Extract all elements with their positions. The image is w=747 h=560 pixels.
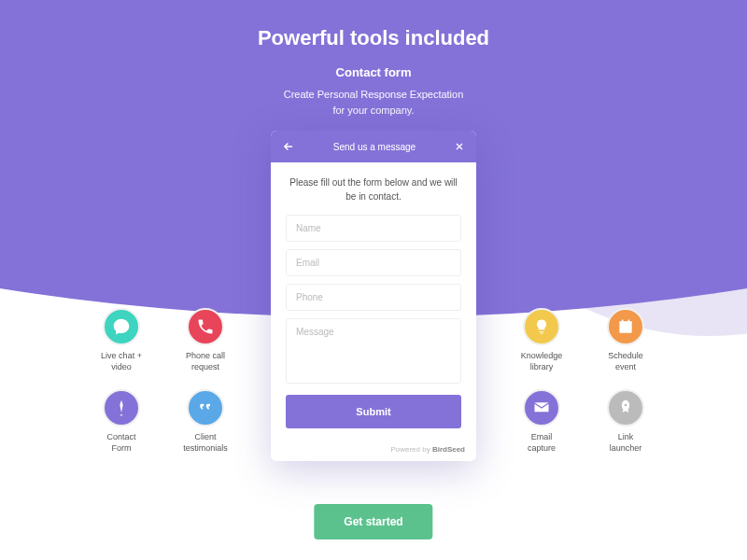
tools-right-grid: KnowledgelibraryScheduleeventEmailcaptur… [514,308,654,455]
tool-label: ContactForm [93,432,149,454]
name-field[interactable]: Name [286,215,461,242]
tool-left-2[interactable]: ContactForm [93,389,149,454]
pen-icon [103,389,140,427]
card-title: Send us a message [295,142,454,152]
calendar-icon [607,308,644,345]
page-title: Powerful tools included [0,26,747,50]
rocket-icon [607,389,644,427]
hero-description-line1: Create Personal Response Expectation [0,87,747,103]
svg-rect-3 [628,320,630,323]
card-header: Send us a message [271,131,476,162]
tool-label: Emailcapture [514,432,570,454]
tool-right-2[interactable]: Emailcapture [514,389,570,454]
tool-left-1[interactable]: Phone callrequest [177,308,233,372]
tool-right-0[interactable]: Knowledgelibrary [514,308,570,372]
svg-rect-1 [619,321,631,324]
powered-by: Powered by BirdSeed [271,438,476,461]
back-icon[interactable] [282,140,295,153]
get-started-button[interactable]: Get started [314,504,432,539]
tool-left-3[interactable]: Clienttestimonials [177,389,233,454]
tool-label: Clienttestimonials [177,432,233,454]
message-field[interactable]: Message [286,318,461,384]
tools-left-grid: Live chat +videoPhone callrequestContact… [93,308,233,455]
email-field[interactable]: Email [286,249,461,276]
tool-label: Linklauncher [598,432,654,454]
tool-right-1[interactable]: Scheduleevent [598,308,654,372]
contact-form-card: Send us a message Please fill out the fo… [271,131,476,461]
tool-label: Phone callrequest [177,351,233,372]
form-instruction: Please fill out the form below and we wi… [286,175,461,203]
hero-description-line2: for your company. [0,103,747,119]
tool-label: Knowledgelibrary [514,351,570,372]
phone-field[interactable]: Phone [286,284,461,311]
tool-right-3[interactable]: Linklauncher [598,389,654,454]
mail-icon [523,389,560,427]
tool-label: Scheduleevent [598,351,654,372]
chat-icon [103,308,140,345]
svg-rect-2 [622,320,624,323]
phone-icon [187,308,224,345]
bulb-icon [523,308,560,345]
close-icon[interactable] [454,141,465,152]
quote-icon [187,389,224,427]
submit-button[interactable]: Submit [286,395,461,428]
page-subtitle: Contact form [0,65,747,79]
hero-section: Powerful tools included Contact form Cre… [0,0,747,118]
tool-label: Live chat +video [93,351,149,372]
tool-left-0[interactable]: Live chat +video [93,308,149,372]
